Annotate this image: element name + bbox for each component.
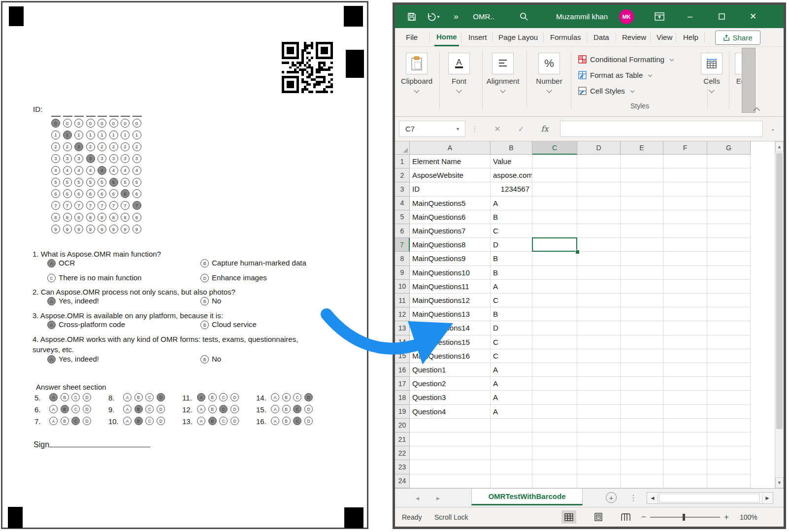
row-header-3[interactable]: 3 [395,182,410,196]
cell-G3[interactable] [707,182,751,196]
cell-F2[interactable] [663,168,707,182]
row-header-7[interactable]: 7 [395,238,410,252]
cell-F24[interactable] [663,474,707,488]
cell-D20[interactable] [577,419,621,432]
cell-B1[interactable]: Value [491,155,532,168]
cell-E20[interactable] [621,419,663,432]
cell-G9[interactable] [707,266,751,280]
cell-C19[interactable] [532,405,577,419]
cell-A8[interactable]: MainQuestions9 [410,252,491,266]
cell-E7[interactable] [621,238,663,252]
cell-B16[interactable]: A [491,363,532,377]
column-header-C[interactable]: C [532,141,577,155]
cell-G22[interactable] [707,446,751,460]
new-sheet-button[interactable]: + [606,492,617,503]
row-header-18[interactable]: 18 [395,391,410,404]
cell-C10[interactable] [532,280,577,294]
cell-C18[interactable] [532,391,577,404]
cell-E17[interactable] [621,377,663,391]
cell-F14[interactable] [663,335,707,349]
cell-G8[interactable] [707,252,751,266]
cell-F18[interactable] [663,391,707,404]
menu-tab-help[interactable]: Help [681,28,700,46]
cell-G7[interactable] [707,238,751,252]
cell-C12[interactable] [532,307,577,321]
cell-A10[interactable]: MainQuestions11 [410,280,491,294]
cell-D23[interactable] [577,460,621,474]
cell-E24[interactable] [621,474,663,488]
cell-G21[interactable] [707,432,751,446]
menu-tab-formulas[interactable]: Formulas [548,28,583,46]
row-header-21[interactable]: 21 [395,432,410,446]
cell-E6[interactable] [621,224,663,238]
menu-tab-insert[interactable]: Insert [466,28,489,46]
cell-F16[interactable] [663,363,707,377]
menu-tab-home[interactable]: Home [434,28,459,46]
row-header-20[interactable]: 20 [395,419,410,432]
cell-G17[interactable] [707,377,751,391]
cell-C20[interactable] [532,419,577,432]
cell-E4[interactable] [621,197,663,210]
menu-tab-page-layou[interactable]: Page Layou [496,28,540,46]
cell-G24[interactable] [707,474,751,488]
cell-G13[interactable] [707,321,751,335]
cell-A18[interactable]: Question3 [410,391,491,404]
cell-E3[interactable] [621,182,663,196]
cell-E9[interactable] [621,266,663,280]
cell-A2[interactable]: AsposeWebsite [410,168,491,182]
menu-tab-data[interactable]: Data [592,28,611,46]
zoom-in-button[interactable]: + [724,507,729,527]
cell-B10[interactable]: A [491,280,532,294]
row-header-4[interactable]: 4 [395,197,410,210]
cell-E8[interactable] [621,252,663,266]
cell-B19[interactable]: A [491,405,532,419]
name-box[interactable]: C7 ▾ [399,121,465,137]
cell-E18[interactable] [621,391,663,404]
cell-B13[interactable]: D [491,321,532,335]
cell-C16[interactable] [532,363,577,377]
cell-E14[interactable] [621,335,663,349]
cell-A7[interactable]: MainQuestions8 [410,238,491,252]
cell-F19[interactable] [663,405,707,419]
cell-C6[interactable] [532,224,577,238]
cell-styles-button[interactable]: Cell Styles [578,84,634,97]
cell-D12[interactable] [577,307,621,321]
cell-G16[interactable] [707,363,751,377]
zoom-slider[interactable] [650,507,720,527]
cell-A23[interactable] [410,460,491,474]
cell-C14[interactable] [532,335,577,349]
cell-E5[interactable] [621,210,663,224]
cell-D5[interactable] [577,210,621,224]
cell-D10[interactable] [577,280,621,294]
cell-E11[interactable] [621,294,663,307]
cell-A24[interactable] [410,474,491,488]
cell-B17[interactable]: A [491,377,532,391]
cell-A17[interactable]: Question2 [410,377,491,391]
cell-C8[interactable] [532,252,577,266]
cell-G18[interactable] [707,391,751,404]
zoom-out-button[interactable]: − [641,507,646,527]
cell-F8[interactable] [663,252,707,266]
cell-G10[interactable] [707,280,751,294]
cell-A9[interactable]: MainQuestions10 [410,266,491,280]
cell-A1[interactable]: Element Name [410,155,491,168]
row-header-8[interactable]: 8 [395,252,410,266]
page-layout-view-button[interactable] [591,510,606,524]
column-header-A[interactable]: A [410,141,491,155]
cell-G19[interactable] [707,405,751,419]
cell-F23[interactable] [663,460,707,474]
cell-B22[interactable] [491,446,532,460]
cell-D7[interactable] [577,238,621,252]
cell-F21[interactable] [663,432,707,446]
cell-C2[interactable] [532,168,577,182]
cell-E16[interactable] [621,363,663,377]
cell-B11[interactable]: C [491,294,532,307]
cell-C22[interactable] [532,446,577,460]
maximize-button[interactable] [714,5,729,28]
cell-G12[interactable] [707,307,751,321]
format-as-table-button[interactable]: Format as Table [578,68,652,81]
menu-tab-file[interactable]: File [404,28,420,46]
cell-D2[interactable] [577,168,621,182]
cell-F20[interactable] [663,419,707,432]
ribbon-display-options-button[interactable] [652,5,667,28]
